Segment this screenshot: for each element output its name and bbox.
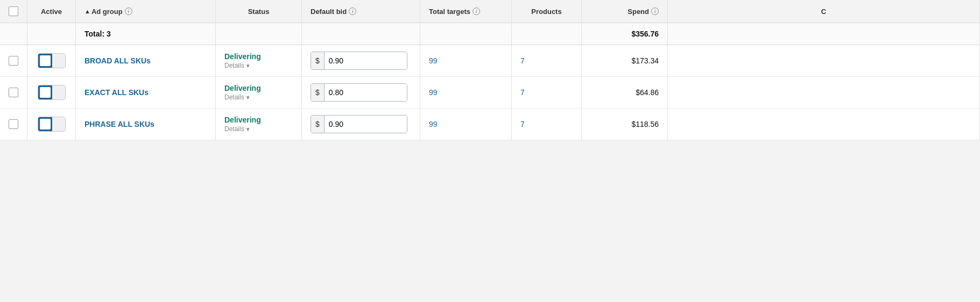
- row-phrase-checkbox-cell: [0, 109, 27, 140]
- row-exact-bid-wrap: $: [311, 83, 407, 102]
- header-default-bid: Default bid i: [302, 0, 420, 23]
- row-phrase-targets-link[interactable]: 99: [429, 120, 438, 128]
- total-spend-cell: $356.76: [582, 23, 668, 45]
- row-exact-bid-cell: $: [302, 77, 420, 109]
- row-phrase-toggle[interactable]: [38, 117, 66, 132]
- toggle-knob: [40, 87, 51, 98]
- adgroup-info-icon[interactable]: i: [125, 8, 132, 15]
- header-status: Status: [216, 0, 302, 23]
- row-phrase-active-cell: [27, 109, 76, 140]
- row-broad-spend-cell: $173.34: [582, 45, 668, 77]
- row-exact-targets-link[interactable]: 99: [429, 88, 438, 97]
- row-exact-details-link[interactable]: Details ▼: [224, 94, 293, 101]
- row-phrase-extra-cell: [668, 109, 980, 140]
- toggle-on-part: [38, 54, 53, 68]
- toggle-on-part: [38, 117, 53, 131]
- row-phrase-name-cell: PHRASE ALL SKUs: [76, 109, 216, 140]
- row-phrase-status-cell: Delivering Details ▼: [216, 109, 302, 140]
- row-exact-spend-cell: $64.86: [582, 77, 668, 109]
- header-adgroup[interactable]: ▲ Ad group i: [76, 0, 216, 23]
- row-exact-name-link[interactable]: EXACT ALL SKUs: [84, 88, 149, 97]
- row-broad-products-link[interactable]: 7: [520, 56, 525, 65]
- header-products: Products: [512, 0, 582, 23]
- total-bid-cell: [302, 23, 420, 45]
- row-exact-toggle[interactable]: [38, 85, 66, 100]
- details-caret-icon: ▼: [245, 63, 251, 69]
- spend-info-icon[interactable]: i: [651, 8, 659, 15]
- row-broad-status-cell: Delivering Details ▼: [216, 45, 302, 77]
- header-adgroup-label: Ad group: [91, 8, 123, 16]
- row-phrase-bid-cell: $: [302, 109, 420, 140]
- row-phrase-bid-wrap: $: [311, 115, 407, 133]
- total-products-cell: [512, 23, 582, 45]
- row-phrase-status: Delivering: [224, 116, 293, 124]
- total-row: Total: 3 $356.76: [0, 23, 980, 45]
- row-phrase-bid-input[interactable]: [325, 116, 407, 133]
- row-phrase-checkbox[interactable]: [9, 119, 18, 129]
- row-broad-details-link[interactable]: Details ▼: [224, 62, 293, 69]
- header-spend-label: Spend: [628, 8, 649, 16]
- total-label-cell: Total: 3: [76, 23, 216, 45]
- row-phrase-targets-cell: 99: [420, 109, 512, 140]
- header-active-label: Active: [41, 8, 62, 16]
- table-row: EXACT ALL SKUs Delivering Details ▼ $: [0, 77, 980, 109]
- header-bid-label: Default bid: [311, 8, 347, 16]
- toggle-knob: [40, 55, 51, 66]
- total-status-cell: [216, 23, 302, 45]
- row-exact-status: Delivering: [224, 84, 293, 92]
- row-broad-bid-input[interactable]: [325, 52, 407, 69]
- row-broad-products-cell: 7: [512, 45, 582, 77]
- toggle-off-part: [52, 117, 65, 131]
- row-broad-active-cell: [27, 45, 76, 77]
- row-broad-checkbox[interactable]: [9, 56, 18, 66]
- total-targets-cell: [420, 23, 512, 45]
- row-exact-products-cell: 7: [512, 77, 582, 109]
- row-broad-name-link[interactable]: BROAD ALL SKUs: [84, 56, 151, 65]
- header-extra: C: [668, 0, 980, 23]
- toggle-knob: [40, 119, 51, 130]
- row-exact-checkbox[interactable]: [9, 88, 18, 97]
- row-phrase-products-link[interactable]: 7: [520, 120, 525, 128]
- row-phrase-details-link[interactable]: Details ▼: [224, 125, 293, 133]
- row-exact-spend-value: $64.86: [636, 88, 659, 97]
- row-broad-extra-cell: [668, 45, 980, 77]
- row-broad-bid-cell: $: [302, 45, 420, 77]
- row-exact-dollar-sign: $: [311, 84, 325, 101]
- total-extra-cell: [668, 23, 980, 45]
- row-exact-checkbox-cell: [0, 77, 27, 109]
- total-active-cell: [27, 23, 76, 45]
- header-extra-label: C: [821, 8, 826, 16]
- table-header-row: Active ▲ Ad group i Status Default bid i: [0, 0, 980, 23]
- total-label: Total: 3: [84, 30, 111, 38]
- row-exact-status-cell: Delivering Details ▼: [216, 77, 302, 109]
- row-exact-targets-cell: 99: [420, 77, 512, 109]
- row-exact-products-link[interactable]: 7: [520, 88, 525, 97]
- row-broad-name-cell: BROAD ALL SKUs: [76, 45, 216, 77]
- header-status-label: Status: [248, 8, 270, 16]
- row-exact-bid-input[interactable]: [325, 84, 407, 101]
- row-broad-dollar-sign: $: [311, 52, 325, 69]
- row-phrase-spend-cell: $118.56: [582, 109, 668, 140]
- row-broad-checkbox-cell: [0, 45, 27, 77]
- row-broad-spend-value: $173.34: [631, 56, 659, 65]
- select-all-checkbox[interactable]: [9, 6, 18, 16]
- table-row: PHRASE ALL SKUs Delivering Details ▼ $: [0, 109, 980, 140]
- details-caret-icon: ▼: [245, 95, 251, 100]
- header-targets-label: Total targets: [429, 8, 470, 16]
- row-broad-status: Delivering: [224, 52, 293, 61]
- row-broad-toggle[interactable]: [38, 53, 66, 68]
- row-phrase-spend-value: $118.56: [631, 120, 659, 128]
- row-broad-targets-link[interactable]: 99: [429, 56, 438, 65]
- targets-info-icon[interactable]: i: [473, 8, 480, 15]
- details-caret-icon: ▼: [245, 126, 251, 132]
- sort-arrow-icon: ▲: [84, 8, 90, 15]
- row-phrase-name-link[interactable]: PHRASE ALL SKUs: [84, 120, 154, 128]
- row-phrase-products-cell: 7: [512, 109, 582, 140]
- toggle-off-part: [52, 85, 65, 99]
- header-total-targets: Total targets i: [420, 0, 512, 23]
- header-checkbox-col: [0, 0, 27, 23]
- table-row: BROAD ALL SKUs Delivering Details ▼ $: [0, 45, 980, 77]
- header-products-label: Products: [531, 8, 561, 16]
- row-exact-extra-cell: [668, 77, 980, 109]
- bid-info-icon[interactable]: i: [349, 8, 356, 15]
